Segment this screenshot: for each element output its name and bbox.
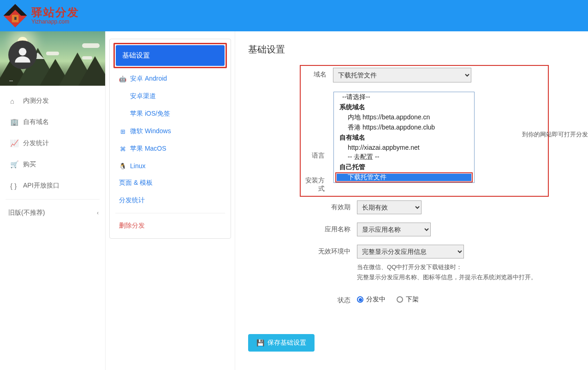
chevron-left-icon: ‹ [97, 210, 99, 216]
domain-opt-placeholder[interactable]: --请选择-- [334, 92, 474, 102]
sub-basic-settings[interactable]: 基础设置 [116, 45, 225, 66]
radio-on-icon [357, 296, 363, 303]
brand-name-cn: 驿站分发 [31, 7, 79, 18]
linux-icon: 🐧 [119, 163, 126, 170]
chart-icon: 📈 [10, 139, 18, 147]
nav-item-stats[interactable]: 📈分发统计 [0, 133, 105, 154]
appname-select[interactable]: 显示应用名称 [357, 223, 431, 236]
page-title: 基础设置 [248, 43, 580, 56]
status-radio-off[interactable]: 下架 [397, 295, 419, 304]
sub-android-channel[interactable]: 安卓渠道 [113, 88, 227, 105]
save-icon: 💾 [256, 339, 264, 347]
cart-icon: 🛒 [10, 160, 18, 169]
label-status: 状态 [308, 294, 357, 305]
nav-item-domain[interactable]: 🏢自有域名 [0, 112, 105, 133]
sub-linux[interactable]: 🐧Linux [113, 158, 227, 174]
domain-opt-own1[interactable]: http://xiazai.appbyme.net [334, 143, 474, 152]
domain-grp-sys: 系统域名 [334, 102, 474, 112]
sidebar: -- ⌂内测分发 🏢自有域名 📈分发统计 🛒购买 { }API开放接口 旧版(不… [0, 31, 106, 370]
sub-android[interactable]: 🤖安卓 Android [113, 70, 227, 88]
android-icon: 🤖 [119, 76, 126, 82]
highlight-basic-settings: 基础设置 [113, 43, 227, 68]
sub-panel: 基础设置 🤖安卓 Android 安卓渠道 苹果 iOS/免签 ⊞微软 Wind… [106, 31, 235, 370]
domain-side-note: 到你的网站即可打开分发链接。 [522, 130, 588, 139]
domain-grp-own: 自有域名 [334, 133, 474, 143]
brand-name-en: Yizhanapp.com [31, 19, 79, 24]
label-domain: 域名 [303, 68, 333, 82]
top-bar: 驿站分发 Yizhanapp.com [0, 0, 588, 31]
svg-point-4 [19, 48, 27, 56]
user-dash: -- [9, 77, 13, 84]
domain-dropdown: --请选择-- 系统域名 内地 https://beta.appdone.cn … [333, 92, 475, 183]
highlight-domain-area: 域名 下载托管文件 --请选择-- 系统域名 内地 https://beta.a… [300, 65, 549, 197]
building-icon: 🏢 [10, 118, 18, 126]
domain-select[interactable]: 下载托管文件 [333, 68, 471, 82]
validity-select[interactable]: 长期有效 [357, 200, 422, 214]
nav-item-dist[interactable]: ⌂内测分发 [0, 90, 105, 112]
windows-icon: ⊞ [119, 128, 126, 135]
save-button[interactable]: 💾 保存基础设置 [248, 334, 315, 352]
sub-macos[interactable]: ⌘苹果 MacOS [113, 140, 227, 158]
home-icon: ⌂ [10, 97, 18, 105]
domain-grp-self: 自己托管 [334, 162, 474, 172]
braces-icon: { } [10, 182, 18, 190]
avatar[interactable] [8, 41, 37, 69]
radio-off-icon [397, 296, 403, 303]
label-invalid-env: 无效环境中 [308, 245, 357, 256]
user-banner: -- [0, 31, 105, 86]
nav-item-api[interactable]: { }API开放接口 [0, 175, 105, 196]
nav-group-old[interactable]: 旧版(不推荐)‹ [0, 202, 105, 223]
svg-rect-3 [14, 17, 17, 20]
sub-delete[interactable]: 删除分发 [113, 217, 227, 235]
label-install: 安装方式 [301, 174, 331, 193]
label-lang: 语言 [301, 149, 331, 160]
env-hint2: 完整显示分发应用名称、图标等信息，并提示在系统浏览器中打开。 [357, 272, 537, 282]
env-hint1: 当在微信、QQ中打开分发下载链接时： [357, 262, 537, 272]
sub-windows[interactable]: ⊞微软 Windows [113, 123, 227, 140]
sub-template[interactable]: 页面 & 模板 [113, 174, 227, 192]
logo-icon [2, 2, 29, 29]
invalid-env-select[interactable]: 完整显示分发应用信息 [357, 245, 464, 258]
label-appname: 应用名称 [308, 223, 357, 234]
brand-logo[interactable]: 驿站分发 Yizhanapp.com [0, 2, 79, 29]
sub-ios[interactable]: 苹果 iOS/免签 [113, 105, 227, 123]
domain-opt-sys1[interactable]: 内地 https://beta.appdone.cn [334, 112, 474, 123]
nav-item-buy[interactable]: 🛒购买 [0, 154, 105, 175]
sub-stats[interactable]: 分发统计 [113, 192, 227, 209]
main-pane: 基础设置 域名 下载托管文件 --请选择-- 系统域名 内地 https://b… [235, 31, 588, 370]
domain-opt-self1[interactable]: 下载托管文件 [334, 172, 474, 182]
domain-opt-sys2[interactable]: 香港 https://beta.appdone.club [334, 123, 474, 133]
mac-icon: ⌘ [119, 146, 126, 153]
label-validity: 有效期 [308, 200, 357, 211]
status-radio-on[interactable]: 分发中 [357, 295, 386, 304]
domain-opt-own2[interactable]: -- 去配置 -- [334, 152, 474, 162]
